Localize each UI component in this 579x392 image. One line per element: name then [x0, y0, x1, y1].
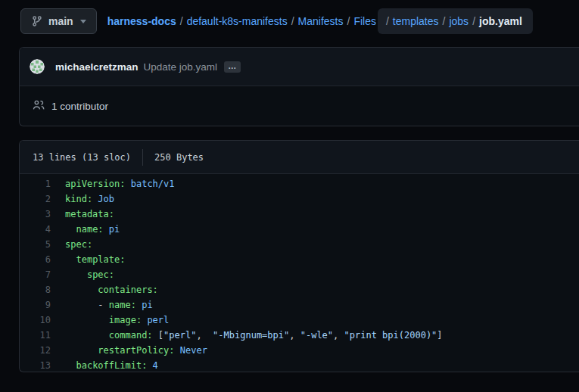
branch-name-label: main	[48, 15, 73, 27]
breadcrumb: harness-docs/default-k8s-manifests/Manif…	[103, 8, 533, 34]
line-number[interactable]: 1	[20, 176, 51, 191]
code-line: 8 containers:	[20, 282, 579, 297]
code-text: apiVersion: batch/v1	[51, 176, 175, 191]
breadcrumb-current-file: job.yaml	[479, 15, 522, 27]
code-text: kind: Job	[51, 191, 114, 207]
contributors-row: 1 contributor	[20, 86, 579, 126]
file-size-info: 250 Bytes	[154, 152, 204, 163]
breadcrumb-link[interactable]: Manifests	[298, 15, 344, 27]
code-text: command: ["perl", "-Mbignum=bpi", "-wle"…	[51, 328, 443, 343]
code-line: 10 image: perl	[20, 313, 579, 328]
line-number[interactable]: 3	[20, 207, 51, 222]
contributors-count-link[interactable]: 1 contributor	[51, 101, 108, 112]
code-line: 5spec:	[20, 237, 579, 252]
breadcrumb-separator: /	[443, 15, 446, 27]
line-number[interactable]: 4	[20, 222, 51, 237]
breadcrumb-separator: /	[180, 15, 183, 27]
code-text: containers:	[51, 282, 158, 297]
chevron-down-icon	[80, 20, 86, 23]
commit-author-link[interactable]: michaelcretzman	[55, 61, 139, 73]
line-number[interactable]: 12	[20, 343, 51, 358]
breadcrumb-highlight: /templates/jobs/job.yaml	[378, 8, 533, 34]
code-text: spec:	[51, 267, 114, 282]
breadcrumb-bar: main harness-docs/default-k8s-manifests/…	[0, 0, 579, 42]
code-line: 7 spec:	[20, 267, 579, 282]
file-info-divider	[142, 149, 143, 166]
code-line: 4 name: pi	[20, 222, 579, 237]
code-line: 6 template:	[20, 252, 579, 267]
line-number[interactable]: 10	[20, 313, 51, 328]
code-line: 13 backoffLimit: 4	[20, 358, 579, 372]
code-line: 9 - name: pi	[20, 297, 579, 313]
avatar[interactable]	[30, 59, 45, 74]
line-number[interactable]: 13	[20, 358, 51, 372]
line-number[interactable]: 8	[20, 282, 51, 297]
code-text: restartPolicy: Never	[51, 343, 207, 358]
breadcrumb-separator: /	[472, 15, 475, 27]
line-number[interactable]: 9	[20, 297, 51, 313]
code-line: 1apiVersion: batch/v1	[20, 176, 579, 191]
file-viewer-box: 13 lines (13 sloc) 250 Bytes 1apiVersion…	[19, 140, 579, 372]
code-text: backoffLimit: 4	[51, 358, 158, 372]
breadcrumb-link[interactable]: Files	[353, 15, 376, 27]
code-line: 12 restartPolicy: Never	[20, 343, 579, 358]
file-info-bar: 13 lines (13 sloc) 250 Bytes	[20, 141, 579, 174]
line-number[interactable]: 7	[20, 267, 51, 282]
code-text: template:	[51, 252, 125, 267]
code-text: metadata:	[51, 207, 114, 222]
commit-header-row: michaelcretzman Update job.yaml …	[20, 48, 579, 86]
code-text: image: perl	[51, 313, 169, 328]
commit-message-link[interactable]: Update job.yaml	[144, 61, 218, 73]
breadcrumb-separator: /	[347, 15, 350, 27]
breadcrumb-plain: harness-docs/default-k8s-manifests/Manif…	[103, 15, 376, 27]
code-text: - name: pi	[51, 297, 153, 313]
breadcrumb-separator: /	[386, 15, 389, 27]
code-line: 3metadata:	[20, 207, 579, 222]
breadcrumb-link[interactable]: harness-docs	[107, 15, 176, 27]
latest-commit-box: michaelcretzman Update job.yaml … 1 cont…	[19, 47, 579, 126]
line-number[interactable]: 11	[20, 328, 51, 343]
git-branch-icon	[31, 15, 43, 27]
breadcrumb-link[interactable]: default-k8s-manifests	[187, 15, 288, 27]
people-icon	[33, 99, 51, 114]
code-line: 2kind: Job	[20, 191, 579, 207]
breadcrumb-separator: /	[291, 15, 294, 27]
file-lines-info: 13 lines (13 sloc)	[33, 152, 131, 163]
line-number[interactable]: 5	[20, 237, 51, 252]
breadcrumb-link[interactable]: templates	[393, 15, 439, 27]
commit-ellipsis-button[interactable]: …	[224, 61, 241, 73]
code-lines: 1apiVersion: batch/v12kind: Job3metadata…	[20, 174, 579, 372]
line-number[interactable]: 6	[20, 252, 51, 267]
line-number[interactable]: 2	[20, 191, 51, 207]
code-text: name: pi	[51, 222, 120, 237]
breadcrumb-link[interactable]: jobs	[449, 15, 468, 27]
code-text: spec:	[51, 237, 92, 252]
code-line: 11 command: ["perl", "-Mbignum=bpi", "-w…	[20, 328, 579, 343]
branch-selector-button[interactable]: main	[20, 8, 97, 34]
